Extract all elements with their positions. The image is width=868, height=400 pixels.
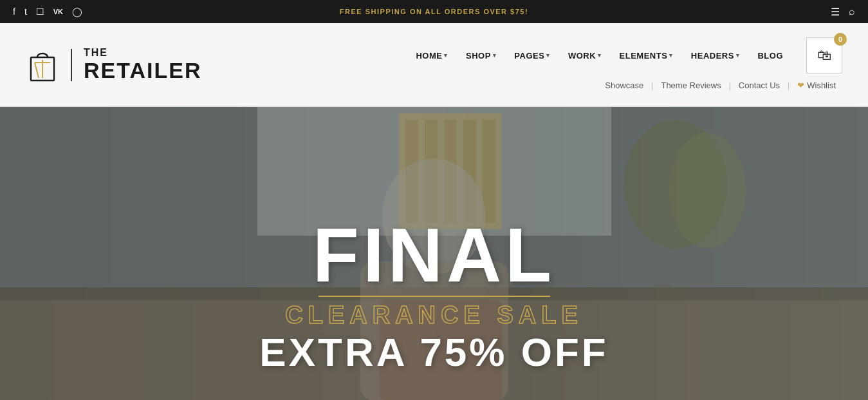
work-chevron-icon: ▾ (598, 52, 602, 59)
logo-retailer: RETAILER (84, 59, 201, 82)
logo-the: THE (84, 47, 201, 59)
nav-contact-us[interactable]: Contact Us (732, 79, 786, 92)
logo-text: THE RETAILER (84, 47, 201, 82)
home-chevron-icon: ▾ (444, 52, 448, 59)
main-nav: HOME ▾ SHOP ▾ PAGES ▾ WORK ▾ ELEMENTS ▾ … (408, 37, 842, 73)
nav-elements[interactable]: ELEMENTS ▾ (612, 47, 681, 64)
search-icon[interactable]: ⌕ (849, 6, 855, 17)
promo-message: FREE SHIPPING ON ALL ORDERS OVER $75! (340, 8, 528, 15)
snapchat-icon[interactable]: ◯ (72, 6, 82, 17)
vk-icon[interactable]: VK (53, 8, 63, 15)
hero-headline-final: FINAL (241, 217, 627, 293)
hero-section: FINAL CLEARANCE SALE EXTRA 75% OFF (0, 107, 868, 400)
shop-chevron-icon: ▾ (493, 52, 497, 59)
sub-nav: Showcase | Theme Reviews | Contact Us | … (598, 79, 842, 92)
hero-headline-clearance: CLEARANCE SALE (241, 301, 627, 330)
svg-line-1 (35, 62, 39, 78)
sep-3: | (788, 81, 790, 90)
nav-showcase[interactable]: Showcase (598, 79, 650, 92)
twitter-icon[interactable]: t (24, 6, 27, 17)
top-bar: f t ☐ VK ◯ FREE SHIPPING ON ALL ORDERS O… (0, 0, 868, 23)
hamburger-menu-icon[interactable]: ☰ (831, 6, 840, 18)
nav-headers[interactable]: HEADERS ▾ (683, 47, 748, 64)
top-bar-actions: ☰ ⌕ (831, 6, 855, 18)
logo-divider (71, 49, 72, 81)
facebook-icon[interactable]: f (13, 6, 15, 17)
nav-work[interactable]: WORK ▾ (560, 47, 609, 64)
nav-wishlist[interactable]: ❤ Wishlist (791, 79, 842, 92)
sep-2: | (729, 81, 731, 90)
sep-1: | (651, 81, 653, 90)
nav-theme-reviews[interactable]: Theme Reviews (654, 79, 727, 92)
nav-pages[interactable]: PAGES ▾ (506, 47, 558, 64)
nav-shop[interactable]: SHOP ▾ (458, 47, 504, 64)
nav-home[interactable]: HOME ▾ (408, 47, 456, 64)
hero-headline-extra: EXTRA 75% OFF (241, 330, 627, 374)
instagram-icon[interactable]: ☐ (36, 6, 44, 17)
pages-chevron-icon: ▾ (546, 52, 550, 59)
navigation: HOME ▾ SHOP ▾ PAGES ▾ WORK ▾ ELEMENTS ▾ … (201, 37, 842, 92)
cart-bag-icon: 🛍 (817, 47, 831, 64)
cart-button[interactable]: 0 🛍 (806, 37, 842, 73)
nav-blog[interactable]: BLOG (750, 47, 791, 64)
logo-area[interactable]: THE RETAILER (26, 46, 201, 84)
logo-bag-icon (26, 46, 59, 84)
social-links: f t ☐ VK ◯ (13, 6, 82, 17)
headers-chevron-icon: ▾ (736, 52, 740, 59)
hero-content: FINAL CLEARANCE SALE EXTRA 75% OFF (241, 217, 627, 374)
cart-count: 0 (834, 33, 847, 46)
elements-chevron-icon: ▾ (669, 52, 673, 59)
heart-icon: ❤ (797, 81, 804, 90)
site-header: THE RETAILER HOME ▾ SHOP ▾ PAGES ▾ WORK … (0, 23, 868, 107)
